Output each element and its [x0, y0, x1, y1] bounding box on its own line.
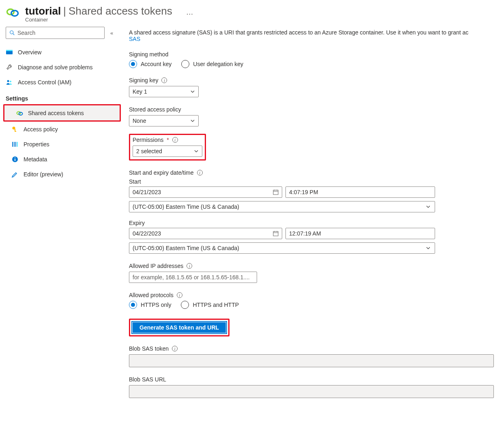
search-placeholder: Search	[17, 30, 35, 36]
start-date-input[interactable]: 04/21/2023	[129, 186, 282, 198]
expiry-date-input[interactable]: 04/22/2023	[129, 228, 282, 239]
signing-method-group: Account key User delegation key	[129, 60, 504, 68]
highlight-generate-button: Generate SAS token and URL	[129, 319, 229, 336]
info-icon[interactable]: i	[177, 292, 182, 298]
collapse-sidebar-button[interactable]: «	[108, 28, 116, 39]
sas-token-output[interactable]	[129, 354, 494, 367]
container-icon	[6, 4, 19, 21]
signing-key-select[interactable]: Key 1	[129, 86, 199, 97]
title-main: tutorial	[25, 5, 61, 17]
info-icon	[11, 156, 19, 163]
start-timezone-select[interactable]: (UTC-05:00) Eastern Time (US & Canada)	[129, 201, 435, 212]
sidebar-item-overview[interactable]: Overview	[0, 45, 121, 60]
search-input[interactable]: Search	[6, 27, 105, 39]
sas-url-label: Blob SAS URL	[129, 376, 504, 383]
svg-rect-18	[15, 159, 15, 161]
properties-icon	[11, 141, 19, 148]
info-icon[interactable]: i	[172, 137, 178, 143]
sidebar-item-editor[interactable]: Editor (preview)	[0, 167, 121, 182]
sidebar-item-label: Overview	[18, 49, 41, 56]
sidebar-item-label: Properties	[24, 141, 49, 148]
svg-rect-20	[273, 190, 278, 195]
input-value: 12:07:19 AM	[289, 230, 321, 237]
chevron-down-icon	[190, 118, 195, 123]
chevron-down-icon	[426, 246, 431, 251]
input-value: 04/21/2023	[133, 189, 161, 195]
radio-label: User delegation key	[193, 61, 243, 67]
svg-point-2	[10, 31, 13, 34]
info-icon[interactable]: i	[197, 170, 203, 176]
radio-user-delegation-key[interactable]: User delegation key	[181, 60, 243, 68]
select-value: Key 1	[133, 88, 147, 95]
radio-https-and-http[interactable]: HTTPS and HTTP	[181, 301, 239, 309]
people-icon	[6, 79, 13, 86]
search-icon	[9, 30, 15, 36]
radio-circle-icon	[181, 60, 189, 68]
sidebar-item-properties[interactable]: Properties	[0, 137, 121, 152]
sidebar-item-label: Shared access tokens	[28, 110, 84, 116]
expiry-time-input[interactable]: 12:07:19 AM	[285, 228, 435, 239]
info-icon[interactable]: i	[161, 77, 167, 83]
select-value: (UTC-05:00) Eastern Time (US & Canada)	[133, 203, 239, 210]
permissions-select[interactable]: 2 selected	[133, 146, 202, 157]
sas-url-output[interactable]	[129, 385, 494, 398]
sidebar-item-metadata[interactable]: Metadata	[0, 152, 121, 167]
signing-key-label: Signing key i	[129, 77, 504, 84]
stored-policy-label: Stored access policy	[129, 106, 504, 113]
sidebar-item-shared-access-tokens[interactable]: Shared access tokens	[4, 105, 120, 120]
sidebar-item-iam[interactable]: Access Control (IAM)	[0, 75, 121, 90]
svg-rect-16	[17, 142, 18, 147]
expiry-timezone-select[interactable]: (UTC-05:00) Eastern Time (US & Canada)	[129, 242, 435, 254]
radio-label: HTTPS and HTTP	[193, 302, 239, 308]
allowed-ip-input[interactable]: for example, 168.1.5.65 or 168.1.5.65-16…	[129, 272, 257, 283]
resource-type-label: Container	[25, 17, 194, 23]
sidebar: Search « Overview Diagnose and solve pro…	[0, 25, 121, 414]
allowed-ip-label: Allowed IP addresses i	[129, 263, 504, 269]
svg-point-7	[10, 81, 11, 82]
calendar-icon	[273, 231, 279, 236]
svg-rect-14	[14, 142, 15, 147]
generate-sas-button[interactable]: Generate SAS token and URL	[131, 321, 227, 334]
sidebar-item-label: Access Control (IAM)	[18, 79, 71, 86]
sidebar-item-diagnose[interactable]: Diagnose and solve problems	[0, 60, 121, 75]
select-value: 2 selected	[136, 148, 162, 154]
signing-method-label: Signing method	[129, 51, 504, 58]
title-sub: Shared access tokens	[69, 5, 172, 17]
sas-token-label: Blob SAS token i	[129, 345, 504, 352]
radio-https-only[interactable]: HTTPS only	[129, 301, 171, 309]
svg-rect-15	[15, 142, 16, 147]
select-value: (UTC-05:00) Eastern Time (US & Canada)	[133, 245, 239, 251]
description-text: A shared access signature (SAS) is a URI…	[129, 29, 504, 42]
start-time-input[interactable]: 4:07:19 PM	[285, 186, 435, 198]
stored-policy-select[interactable]: None	[129, 115, 199, 126]
svg-point-0	[7, 9, 14, 15]
required-star-icon: *	[167, 137, 169, 143]
permissions-label: Permissions * i	[133, 137, 202, 143]
radio-circle-icon	[129, 301, 137, 309]
key-icon	[11, 126, 19, 133]
more-actions-button[interactable]: …	[186, 8, 194, 17]
chevron-down-icon	[426, 204, 431, 209]
radio-account-key[interactable]: Account key	[129, 60, 172, 68]
calendar-icon	[273, 189, 279, 195]
sidebar-item-access-policy[interactable]: Access policy	[0, 122, 121, 137]
info-icon[interactable]: i	[172, 346, 178, 351]
svg-rect-19	[15, 157, 15, 158]
sidebar-heading-settings: Settings	[0, 90, 121, 104]
datetime-section-label: Start and expiry date/time i	[129, 169, 504, 176]
highlight-shared-access-tokens: Shared access tokens	[3, 104, 121, 122]
svg-line-3	[13, 34, 15, 35]
expiry-label: Expiry	[129, 220, 504, 226]
svg-rect-5	[6, 50, 13, 51]
chevron-down-icon	[190, 89, 195, 94]
chevron-down-icon	[194, 149, 199, 154]
svg-rect-24	[273, 231, 278, 236]
info-icon[interactable]: i	[187, 263, 192, 269]
page-header: tutorial | Shared access tokens … Contai…	[0, 0, 504, 25]
radio-label: HTTPS only	[141, 302, 171, 308]
highlight-permissions: Permissions * i 2 selected	[129, 134, 206, 161]
input-value: 4:07:19 PM	[289, 189, 318, 195]
sas-link[interactable]: SAS	[129, 36, 140, 42]
svg-point-1	[11, 11, 18, 16]
allowed-protocols-label: Allowed protocols i	[129, 292, 504, 298]
